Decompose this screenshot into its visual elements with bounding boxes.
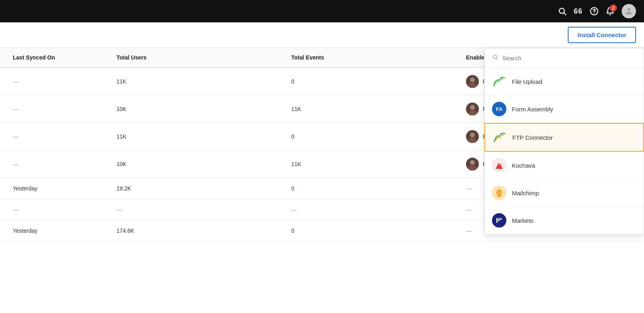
cell-last-synced: — <box>8 126 112 147</box>
svg-point-9 <box>470 105 475 110</box>
connector-list: File Upload FA Form Assembly FTP <box>485 68 644 234</box>
cell-total-users: 19.2K <box>112 178 286 199</box>
col-total-users: Total Users <box>112 48 286 67</box>
cell-total-users: 10K <box>112 99 286 119</box>
svg-rect-27 <box>500 218 502 220</box>
cell-last-synced: — <box>8 199 112 220</box>
svg-line-1 <box>564 13 566 15</box>
svg-point-23 <box>498 192 499 193</box>
cell-total-users: 11K <box>112 71 286 92</box>
cell-last-synced: — <box>8 154 112 174</box>
cell-total-events: 0 <box>286 178 461 199</box>
svg-point-15 <box>470 160 475 165</box>
topbar-number: 66 <box>574 7 583 16</box>
svg-point-6 <box>470 77 475 82</box>
mailchimp-icon <box>492 186 506 200</box>
kochava-icon <box>492 158 506 172</box>
ftp-icon <box>492 130 507 145</box>
svg-point-12 <box>470 133 475 137</box>
connector-dropdown: File Upload FA Form Assembly FTP <box>484 48 644 235</box>
connector-label: Kochava <box>512 162 535 169</box>
connector-item-form-assembly[interactable]: FA Form Assembly <box>485 95 644 123</box>
notification-badge: 2 <box>610 4 617 12</box>
avatar <box>466 75 479 88</box>
user-avatar[interactable] <box>622 4 636 18</box>
avatar <box>466 158 479 170</box>
cell-total-users: 174.6K <box>112 220 286 241</box>
connector-label: Form Assembly <box>512 106 553 113</box>
file-upload-icon <box>492 74 506 89</box>
form-assembly-icon: FA <box>492 102 506 116</box>
notification-bell[interactable]: 2 <box>606 7 614 16</box>
marketo-icon <box>492 213 506 228</box>
col-total-events: Total Events <box>286 48 461 67</box>
search-box <box>485 48 644 68</box>
cell-total-events: 0 <box>286 71 461 92</box>
svg-point-4 <box>628 8 630 11</box>
search-icon[interactable] <box>558 7 567 16</box>
avatar <box>466 103 479 115</box>
help-icon[interactable] <box>590 7 599 16</box>
cell-total-events: 11K <box>286 99 461 119</box>
connector-label: Mailchimp <box>512 190 539 196</box>
cell-last-synced: — <box>8 99 112 119</box>
cell-last-synced: Yesterday <box>8 220 112 241</box>
cell-last-synced: — <box>8 71 112 92</box>
main-content: Last Synced On Total Users Total Events … <box>0 48 644 313</box>
svg-rect-26 <box>498 218 500 221</box>
connector-item-kochava[interactable]: Kochava <box>485 152 644 179</box>
cell-last-synced: Yesterday <box>8 178 112 199</box>
cell-total-users: — <box>112 199 286 220</box>
action-bar: Install Connector <box>0 22 644 48</box>
search-icon <box>492 54 498 62</box>
svg-point-22 <box>497 194 501 197</box>
svg-rect-25 <box>496 218 498 223</box>
cell-total-events: 0 <box>286 126 461 147</box>
cell-total-events: — <box>286 199 461 220</box>
search-input[interactable] <box>502 55 636 61</box>
connector-label: File Upload <box>512 78 542 85</box>
cell-total-users: 11K <box>112 126 286 147</box>
avatar <box>466 130 479 143</box>
svg-line-18 <box>496 58 498 60</box>
connector-item-file-upload[interactable]: File Upload <box>485 68 644 95</box>
svg-point-24 <box>500 192 501 193</box>
topbar: 66 2 <box>0 0 644 22</box>
cell-total-events: 0 <box>286 220 461 241</box>
connector-item-mailchimp[interactable]: Mailchimp <box>485 179 644 207</box>
connector-item-ftp[interactable]: FTP Connector <box>484 123 644 152</box>
install-connector-button[interactable]: Install Connector <box>568 27 636 43</box>
col-last-synced: Last Synced On <box>8 48 112 67</box>
cell-total-users: 10K <box>112 154 286 174</box>
connector-label: Marketo <box>512 217 533 224</box>
connector-label: FTP Connector <box>512 134 553 141</box>
connector-item-marketo[interactable]: Marketo <box>485 207 644 234</box>
svg-point-21 <box>496 190 502 195</box>
cell-total-events: 11K <box>286 154 461 174</box>
